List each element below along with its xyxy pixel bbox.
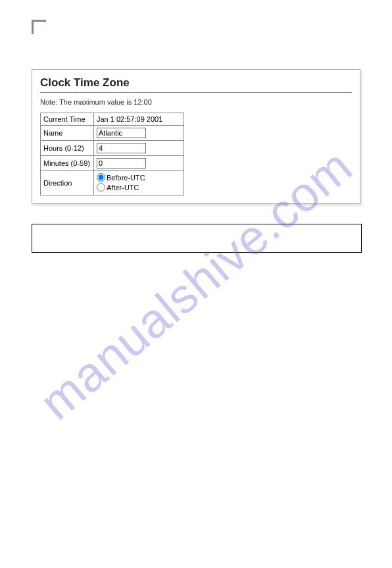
after-utc-radio[interactable] bbox=[97, 183, 105, 192]
minutes-label: Minutes (0-59) bbox=[41, 156, 94, 171]
settings-table: Current Time Jan 1 02:57:09 2001 Name Ho… bbox=[40, 113, 184, 195]
table-row: Current Time Jan 1 02:57:09 2001 bbox=[41, 113, 184, 126]
current-time-value: Jan 1 02:57:09 2001 bbox=[94, 113, 184, 126]
before-utc-radio[interactable] bbox=[97, 173, 105, 182]
table-row: Name bbox=[41, 126, 184, 141]
table-row: Minutes (0-59) bbox=[41, 156, 184, 171]
after-utc-label: After-UTC bbox=[107, 184, 139, 192]
hours-input[interactable] bbox=[97, 143, 146, 153]
note-text: Note: The maximum value is 12:00 bbox=[40, 98, 352, 106]
empty-box bbox=[32, 224, 362, 253]
name-input[interactable] bbox=[97, 128, 146, 138]
table-row: Direction Before-UTC After-UTC bbox=[41, 171, 184, 195]
panel-divider bbox=[40, 92, 352, 93]
table-row: Hours (0-12) bbox=[41, 141, 184, 156]
minutes-input[interactable] bbox=[97, 158, 146, 168]
direction-label: Direction bbox=[41, 171, 94, 195]
before-utc-label: Before-UTC bbox=[107, 174, 145, 182]
panel-title: Clock Time Zone bbox=[40, 76, 352, 90]
hours-label: Hours (0-12) bbox=[41, 141, 94, 156]
current-time-label: Current Time bbox=[41, 113, 94, 126]
clock-timezone-panel: Clock Time Zone Note: The maximum value … bbox=[32, 69, 360, 204]
name-label: Name bbox=[41, 126, 94, 141]
